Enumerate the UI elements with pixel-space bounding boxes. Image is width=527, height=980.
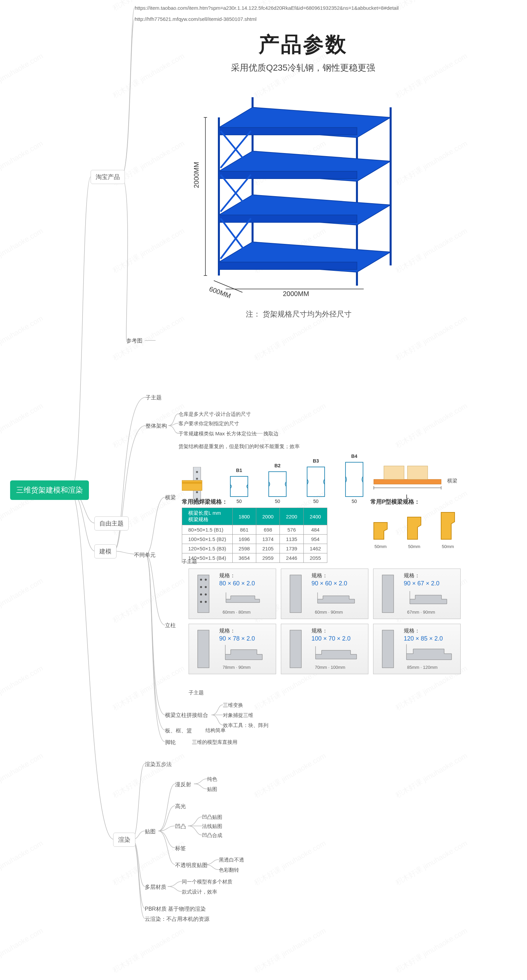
svg-rect-9	[219, 171, 357, 179]
svg-rect-32	[307, 467, 325, 496]
node-simple: 板、框、篮	[165, 727, 192, 734]
p-beam-2: 50mm	[438, 509, 458, 549]
pillar-subtopic-2: 子主题	[188, 690, 204, 696]
opacity-0: 黑透白不透	[219, 857, 244, 863]
svg-point-24	[196, 471, 198, 473]
svg-point-44	[205, 586, 207, 588]
bp-b2-label: B2	[267, 463, 288, 468]
bump-2: 凹凸合成	[202, 832, 222, 839]
svg-rect-36	[407, 466, 428, 479]
dim-height: 2000MM	[193, 162, 200, 188]
shelf-illustration: 2000MM 2000MM 600MM	[182, 87, 424, 296]
node-unit: 不同单元	[134, 552, 156, 559]
wheel-note: 三维的模型库直接用	[192, 739, 237, 746]
arch-item-2: 于常规建模类似 Max 长方体定位法	[179, 431, 257, 437]
p-beam-1: 50mm	[404, 514, 424, 549]
render-five-steps: 渲染五步法	[145, 761, 172, 768]
beam-section-b-title: 常用P型横梁规格：	[370, 498, 458, 506]
node-tag: 标签	[175, 845, 186, 852]
svg-rect-10	[219, 215, 357, 223]
svg-point-26	[196, 491, 198, 493]
node-pbr: PBR材质 基于物理的渲染	[145, 906, 206, 913]
load-side-label: 横梁	[447, 478, 457, 484]
bp-b4-label: B4	[343, 453, 365, 459]
opacity-1: 色彩翻转	[219, 867, 239, 873]
product-title: 产品参数	[158, 30, 448, 59]
bump-1: 法线贴图	[202, 823, 222, 830]
svg-rect-31	[269, 472, 286, 496]
product-spec-panel: 产品参数 采用优质Q235冷轧钢，钢性更稳更强	[158, 30, 448, 319]
node-reference-image: 参考图	[126, 337, 142, 345]
svg-point-43	[200, 586, 202, 588]
svg-rect-30	[230, 476, 248, 496]
svg-rect-50	[382, 575, 394, 612]
arch-item-3: 拽取边	[264, 431, 278, 437]
combine-0: 三维变换	[223, 702, 243, 708]
beam-section-a-title: 常用抱焊梁规格：	[182, 498, 327, 506]
svg-rect-53	[382, 630, 394, 668]
combine-2: 效率工具：块、阵列	[223, 722, 268, 729]
svg-rect-8	[219, 127, 357, 135]
beam-spec-table: 横梁长度L mm横梁规格 1800 2000 2200 2400 80×50×1…	[182, 508, 327, 563]
svg-point-45	[200, 593, 202, 595]
node-free-topic[interactable]: 自由主题	[94, 516, 129, 531]
pillar-card-1: 规格：90 × 60 × 2.0 60mm · 90mm	[281, 568, 368, 619]
dim-width: 2000MM	[283, 290, 309, 298]
p-beam-0: 50mm	[370, 519, 391, 549]
svg-rect-52	[290, 630, 301, 668]
p-beam-block: 常用P型横梁规格： 50mm 50mm 50mm	[370, 495, 458, 549]
pillar-card-3: 规格：90 × 78 × 2.0 78mm · 90mm	[188, 624, 276, 674]
node-render[interactable]: 渲染	[113, 833, 136, 847]
node-taobao[interactable]: 淘宝产品	[91, 170, 125, 184]
load-diagram: 横梁 L	[370, 461, 444, 500]
node-multi: 多层材质	[145, 884, 166, 891]
combine-1: 对象捕捉三维	[223, 712, 253, 719]
diffuse-0: 纯色	[207, 776, 217, 783]
svg-rect-49	[290, 575, 301, 612]
svg-rect-35	[384, 466, 404, 479]
pillar-card-0: 规格： 80 × 60 × 2.0 60mm · 80mm	[188, 568, 276, 619]
svg-point-41	[200, 579, 202, 581]
svg-point-42	[205, 579, 207, 581]
node-cloud: 云渲染：不占用本机的资源	[145, 916, 209, 923]
node-beam: 横梁	[165, 494, 176, 501]
svg-rect-34	[374, 479, 441, 484]
pillar-card-4: 规格：100 × 70 × 2.0 70mm · 100mm	[281, 624, 368, 674]
simple-note: 结构简单	[205, 727, 226, 734]
node-pillar: 立柱	[165, 622, 176, 629]
node-wheel: 脚轮	[165, 739, 176, 746]
root-node[interactable]: 三维货架建模和渲染	[10, 480, 89, 500]
node-highlight: 高光	[175, 803, 186, 810]
product-note: 注： 货架规格尺寸均为外径尺寸	[246, 309, 448, 319]
multi-1: 款式设计，效率	[182, 889, 217, 895]
svg-rect-29	[182, 482, 202, 484]
pillar-subtopic: 子主题	[182, 558, 197, 565]
node-combine: 横梁立柱拼接组合	[165, 712, 208, 719]
arch-item-0: 仓库是多大尺寸-设计合适的尺寸	[179, 411, 251, 417]
node-opacity: 不透明度贴图	[175, 862, 208, 869]
arch-item-1: 客户要求你定制指定的尺寸	[179, 420, 239, 427]
node-map: 贴图	[145, 828, 156, 835]
svg-point-25	[196, 478, 198, 480]
svg-rect-11	[219, 262, 357, 269]
bp-b3-label: B3	[305, 458, 327, 464]
pillar-card-5: 规格：120 × 85 × 2.0 85mm · 120mm	[373, 624, 461, 674]
svg-rect-40	[198, 575, 209, 612]
node-bump: 凹凸	[175, 823, 186, 830]
node-diffuse: 漫反射	[175, 781, 191, 788]
multi-0: 同一个模型有多个材质	[182, 879, 232, 885]
svg-point-48	[205, 601, 207, 603]
node-model[interactable]: 建模	[94, 544, 117, 558]
beam-intro: 货架结构都是重复的，但是我们的时候不能重复；效率	[179, 444, 300, 450]
node-architecture: 整体架构	[145, 423, 167, 430]
taobao-url-2[interactable]: http://hfh775621.mfqyw.com/sell/itemid-3…	[135, 16, 257, 22]
taobao-url-1[interactable]: https://item.taobao.com/item.htm?spm=a23…	[135, 5, 399, 11]
pillar-spec-grid: 规格： 80 × 60 × 2.0 60mm · 80mm 规格：90 × 60…	[188, 568, 461, 674]
svg-rect-33	[345, 462, 363, 496]
diffuse-1: 贴图	[207, 786, 217, 792]
beam-spec-block: 常用抱焊梁规格： 横梁长度L mm横梁规格 1800 2000 2200 240…	[182, 495, 327, 563]
bump-0: 凹凸贴图	[202, 814, 222, 821]
pillar-card-2: 规格：90 × 67 × 2.0 67mm · 90mm	[373, 568, 461, 619]
model-subtopic-1: 子主题	[145, 394, 161, 401]
svg-rect-51	[198, 630, 209, 668]
